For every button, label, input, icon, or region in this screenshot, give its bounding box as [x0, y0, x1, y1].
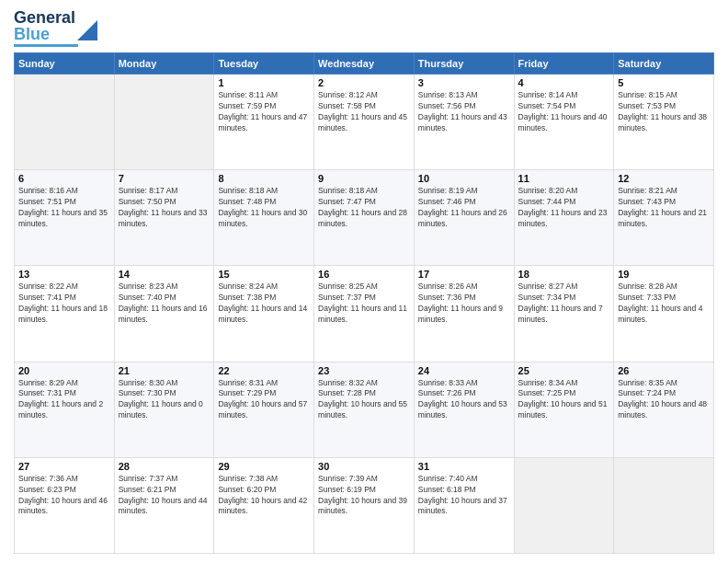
day-number: 10	[418, 173, 510, 184]
day-number: 2	[318, 77, 410, 88]
calendar-cell: 26Sunrise: 8:35 AMSunset: 7:24 PMDayligh…	[614, 362, 714, 457]
calendar-cell: 1Sunrise: 8:11 AMSunset: 7:59 PMDaylight…	[214, 75, 314, 170]
calendar-cell: 20Sunrise: 8:29 AMSunset: 7:31 PMDayligh…	[15, 362, 115, 457]
header-cell-sunday: Sunday	[15, 53, 115, 75]
week-row-1: 1Sunrise: 8:11 AMSunset: 7:59 PMDaylight…	[15, 75, 714, 170]
day-number: 20	[18, 365, 110, 376]
calendar-cell: 9Sunrise: 8:18 AMSunset: 7:47 PMDaylight…	[314, 170, 415, 266]
day-number: 17	[418, 269, 510, 280]
week-row-3: 13Sunrise: 8:22 AMSunset: 7:41 PMDayligh…	[15, 266, 714, 362]
calendar-cell: 19Sunrise: 8:28 AMSunset: 7:33 PMDayligh…	[614, 266, 714, 362]
calendar-cell	[15, 75, 115, 170]
cell-text: Sunrise: 8:18 AMSunset: 7:47 PMDaylight:…	[318, 186, 410, 230]
calendar-cell: 10Sunrise: 8:19 AMSunset: 7:46 PMDayligh…	[414, 170, 514, 266]
day-number: 18	[518, 269, 610, 280]
day-number: 15	[218, 269, 310, 280]
calendar-cell: 24Sunrise: 8:33 AMSunset: 7:26 PMDayligh…	[414, 362, 514, 457]
cell-text: Sunrise: 8:24 AMSunset: 7:38 PMDaylight:…	[218, 282, 310, 326]
logo: GeneralBlue	[14, 9, 97, 47]
svg-marker-0	[77, 20, 97, 40]
cell-text: Sunrise: 8:18 AMSunset: 7:48 PMDaylight:…	[218, 186, 310, 230]
calendar-cell: 2Sunrise: 8:12 AMSunset: 7:58 PMDaylight…	[314, 75, 415, 170]
header-cell-friday: Friday	[514, 53, 614, 75]
day-number: 14	[119, 269, 210, 280]
cell-text: Sunrise: 7:39 AMSunset: 6:19 PMDaylight:…	[318, 474, 410, 518]
day-number: 1	[218, 77, 310, 88]
day-number: 5	[618, 77, 710, 88]
cell-text: Sunrise: 7:36 AMSunset: 6:23 PMDaylight:…	[18, 474, 110, 518]
day-number: 28	[119, 461, 210, 472]
week-row-2: 6Sunrise: 8:16 AMSunset: 7:51 PMDaylight…	[15, 170, 714, 266]
calendar-cell	[114, 75, 214, 170]
cell-text: Sunrise: 8:17 AMSunset: 7:50 PMDaylight:…	[119, 186, 210, 230]
day-number: 29	[218, 461, 310, 472]
cell-text: Sunrise: 7:38 AMSunset: 6:20 PMDaylight:…	[218, 474, 310, 518]
calendar-cell: 21Sunrise: 8:30 AMSunset: 7:30 PMDayligh…	[114, 362, 214, 457]
day-number: 23	[318, 365, 410, 376]
calendar-cell: 7Sunrise: 8:17 AMSunset: 7:50 PMDaylight…	[114, 170, 214, 266]
day-number: 30	[318, 461, 410, 472]
calendar-cell: 11Sunrise: 8:20 AMSunset: 7:44 PMDayligh…	[514, 170, 614, 266]
day-number: 19	[618, 269, 710, 280]
calendar-table: SundayMondayTuesdayWednesdayThursdayFrid…	[14, 52, 714, 554]
day-number: 13	[18, 269, 110, 280]
cell-text: Sunrise: 8:20 AMSunset: 7:44 PMDaylight:…	[518, 186, 610, 230]
calendar-cell: 18Sunrise: 8:27 AMSunset: 7:34 PMDayligh…	[514, 266, 614, 362]
cell-text: Sunrise: 8:35 AMSunset: 7:24 PMDaylight:…	[618, 378, 710, 422]
calendar-cell: 3Sunrise: 8:13 AMSunset: 7:56 PMDaylight…	[414, 75, 514, 170]
calendar-cell: 6Sunrise: 8:16 AMSunset: 7:51 PMDaylight…	[15, 170, 115, 266]
calendar-cell: 15Sunrise: 8:24 AMSunset: 7:38 PMDayligh…	[214, 266, 314, 362]
day-number: 16	[318, 269, 410, 280]
calendar-cell	[614, 457, 714, 553]
cell-text: Sunrise: 8:30 AMSunset: 7:30 PMDaylight:…	[119, 378, 210, 422]
cell-text: Sunrise: 8:15 AMSunset: 7:53 PMDaylight:…	[618, 90, 710, 134]
day-number: 4	[518, 77, 610, 88]
calendar-cell: 14Sunrise: 8:23 AMSunset: 7:40 PMDayligh…	[114, 266, 214, 362]
calendar-cell: 30Sunrise: 7:39 AMSunset: 6:19 PMDayligh…	[314, 457, 415, 553]
cell-text: Sunrise: 8:26 AMSunset: 7:36 PMDaylight:…	[418, 282, 510, 326]
week-row-5: 27Sunrise: 7:36 AMSunset: 6:23 PMDayligh…	[15, 457, 714, 553]
calendar-cell: 12Sunrise: 8:21 AMSunset: 7:43 PMDayligh…	[614, 170, 714, 266]
calendar-cell: 13Sunrise: 8:22 AMSunset: 7:41 PMDayligh…	[15, 266, 115, 362]
cell-text: Sunrise: 8:19 AMSunset: 7:46 PMDaylight:…	[418, 186, 510, 230]
calendar-cell: 28Sunrise: 7:37 AMSunset: 6:21 PMDayligh…	[114, 457, 214, 553]
calendar-cell: 16Sunrise: 8:25 AMSunset: 7:37 PMDayligh…	[314, 266, 415, 362]
day-number: 27	[18, 461, 110, 472]
calendar-cell: 25Sunrise: 8:34 AMSunset: 7:25 PMDayligh…	[514, 362, 614, 457]
cell-text: Sunrise: 8:32 AMSunset: 7:28 PMDaylight:…	[318, 378, 410, 422]
cell-text: Sunrise: 8:34 AMSunset: 7:25 PMDaylight:…	[518, 378, 610, 422]
day-number: 12	[618, 173, 710, 184]
cell-text: Sunrise: 8:33 AMSunset: 7:26 PMDaylight:…	[418, 378, 510, 422]
calendar-cell	[514, 457, 614, 553]
cell-text: Sunrise: 8:25 AMSunset: 7:37 PMDaylight:…	[318, 282, 410, 326]
calendar-cell: 23Sunrise: 8:32 AMSunset: 7:28 PMDayligh…	[314, 362, 415, 457]
header-row: SundayMondayTuesdayWednesdayThursdayFrid…	[15, 53, 714, 75]
cell-text: Sunrise: 8:23 AMSunset: 7:40 PMDaylight:…	[119, 282, 210, 326]
cell-text: Sunrise: 8:12 AMSunset: 7:58 PMDaylight:…	[318, 90, 410, 134]
logo-icon	[77, 20, 97, 40]
day-number: 8	[218, 173, 310, 184]
header: GeneralBlue	[14, 9, 714, 47]
header-cell-thursday: Thursday	[414, 53, 514, 75]
page: GeneralBlue SundayMondayTuesdayWednesday…	[0, 0, 728, 563]
day-number: 31	[418, 461, 510, 472]
day-number: 9	[318, 173, 410, 184]
calendar-body: 1Sunrise: 8:11 AMSunset: 7:59 PMDaylight…	[15, 75, 714, 554]
cell-text: Sunrise: 8:28 AMSunset: 7:33 PMDaylight:…	[618, 282, 710, 326]
logo-underline	[14, 44, 78, 47]
cell-text: Sunrise: 8:13 AMSunset: 7:56 PMDaylight:…	[418, 90, 510, 134]
day-number: 11	[518, 173, 610, 184]
day-number: 22	[218, 365, 310, 376]
week-row-4: 20Sunrise: 8:29 AMSunset: 7:31 PMDayligh…	[15, 362, 714, 457]
calendar-cell: 5Sunrise: 8:15 AMSunset: 7:53 PMDaylight…	[614, 75, 714, 170]
cell-text: Sunrise: 8:14 AMSunset: 7:54 PMDaylight:…	[518, 90, 610, 134]
day-number: 25	[518, 365, 610, 376]
day-number: 24	[418, 365, 510, 376]
cell-text: Sunrise: 8:22 AMSunset: 7:41 PMDaylight:…	[18, 282, 110, 326]
cell-text: Sunrise: 7:40 AMSunset: 6:18 PMDaylight:…	[418, 474, 510, 518]
logo-text: GeneralBlue	[14, 9, 75, 42]
cell-text: Sunrise: 8:21 AMSunset: 7:43 PMDaylight:…	[618, 186, 710, 230]
day-number: 6	[18, 173, 110, 184]
cell-text: Sunrise: 7:37 AMSunset: 6:21 PMDaylight:…	[119, 474, 210, 518]
calendar-cell: 17Sunrise: 8:26 AMSunset: 7:36 PMDayligh…	[414, 266, 514, 362]
